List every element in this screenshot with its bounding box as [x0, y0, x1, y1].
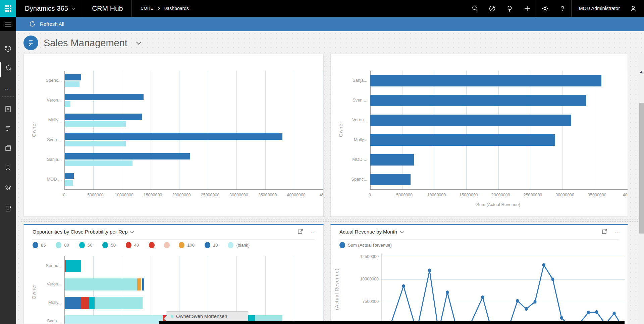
- stacked-bar-segment[interactable]: [95, 297, 143, 309]
- stacked-bar-segment[interactable]: [142, 278, 144, 290]
- bar-segment[interactable]: [65, 121, 126, 127]
- legend-item[interactable]: 80: [56, 242, 69, 248]
- card-menu-button[interactable]: ...: [311, 229, 316, 234]
- bar-segment[interactable]: [65, 173, 74, 179]
- legend-item[interactable]: 10: [205, 242, 218, 248]
- stacked-bar-segment[interactable]: [66, 260, 82, 272]
- nav-journal-button[interactable]: [0, 200, 16, 216]
- card-title[interactable]: Opportunities by Close Probability per R…: [33, 229, 133, 235]
- data-point-marker[interactable]: [560, 316, 563, 320]
- legend-label: 60: [88, 243, 92, 248]
- data-point-marker[interactable]: [542, 263, 545, 267]
- hub-name-item[interactable]: CRM Hub: [83, 0, 131, 17]
- bar-segment[interactable]: [370, 95, 586, 106]
- vertical-scrollbar[interactable]: [638, 54, 644, 324]
- bar-segment[interactable]: [65, 133, 282, 140]
- legend-item[interactable]: 20: [164, 243, 169, 248]
- bar-segment[interactable]: [370, 75, 601, 86]
- bar-segment[interactable]: [370, 134, 555, 146]
- refresh-all-button[interactable]: Refresh All: [29, 20, 64, 27]
- search-button[interactable]: [466, 0, 484, 17]
- bar-segment[interactable]: [65, 141, 126, 146]
- stacked-bar-segment[interactable]: [81, 297, 89, 309]
- product-switcher[interactable]: Dynamics 365: [16, 0, 83, 17]
- expand-icon[interactable]: [298, 229, 303, 234]
- bar-segment[interactable]: [65, 81, 79, 87]
- data-point-marker[interactable]: [595, 310, 598, 314]
- breadcrumb-area[interactable]: CORE: [141, 6, 153, 11]
- stacked-bar-segment[interactable]: [65, 297, 81, 309]
- legend-item[interactable]: Sum (Actual Revenue): [339, 242, 392, 248]
- stacked-bar-segment[interactable]: [65, 315, 163, 324]
- data-point-marker[interactable]: [534, 300, 537, 304]
- card-title[interactable]: Actual Revenue by Month: [339, 229, 403, 235]
- bar-segment[interactable]: [65, 160, 132, 166]
- nav-pinned-button[interactable]: [0, 60, 16, 76]
- quick-create-button[interactable]: [519, 0, 536, 17]
- legend-item[interactable]: 50: [102, 242, 115, 248]
- data-point-marker[interactable]: [551, 277, 554, 281]
- learning-path-button[interactable]: [501, 0, 519, 17]
- legend-item[interactable]: (blank): [228, 242, 250, 248]
- data-point-marker[interactable]: [613, 312, 616, 315]
- x-tick-label: 4000...: [618, 193, 628, 197]
- bar-segment[interactable]: [65, 94, 144, 100]
- data-point-marker[interactable]: [402, 284, 405, 288]
- legend-item[interactable]: 85: [33, 242, 46, 248]
- bar-segment[interactable]: [370, 115, 571, 126]
- bar-segment[interactable]: [370, 154, 414, 166]
- top-app-bar: Dynamics 365 CRM Hub CORE Dashboards: [0, 0, 644, 17]
- data-point-marker[interactable]: [446, 290, 449, 294]
- settings-button[interactable]: [536, 0, 554, 17]
- line-path: [389, 265, 624, 324]
- data-point-marker[interactable]: [428, 269, 431, 272]
- tooltip-series-bullet: [171, 315, 173, 318]
- nav-dashboards-button[interactable]: [0, 121, 16, 137]
- nav-articles-button[interactable]: [0, 140, 16, 156]
- user-avatar-button[interactable]: [625, 0, 642, 17]
- bar-segment[interactable]: [65, 101, 70, 107]
- expand-icon[interactable]: [602, 229, 607, 234]
- chart-card-actual-revenue-by-owner[interactable]: 0500000010000000150000002000000025000000…: [330, 54, 628, 217]
- stacked-bar-segment[interactable]: [89, 297, 95, 309]
- legend-item[interactable]: 40: [126, 242, 139, 248]
- dashboard-column-divider: [327, 54, 327, 324]
- nav-more-button[interactable]: ...: [0, 80, 16, 96]
- bar-segment[interactable]: [370, 174, 411, 185]
- dashboard-selector-chevron[interactable]: [136, 39, 142, 45]
- nav-recent-button[interactable]: [0, 41, 16, 57]
- revenue-line-series[interactable]: [381, 254, 625, 324]
- legend-item[interactable]: 30: [149, 243, 154, 248]
- help-button[interactable]: [554, 0, 571, 17]
- nav-menu-button[interactable]: [0, 17, 16, 31]
- stacked-bar-segment[interactable]: [65, 278, 137, 290]
- legend-item[interactable]: 100: [179, 242, 195, 248]
- data-point-marker[interactable]: [587, 311, 590, 314]
- chart-card-actual-revenue-by-month[interactable]: Actual Revenue by Month ... Sum (Actual …: [330, 224, 628, 324]
- breadcrumb-page[interactable]: Dashboards: [163, 6, 189, 11]
- data-point-marker[interactable]: [481, 296, 484, 299]
- data-point-marker[interactable]: [516, 299, 519, 303]
- card-menu-button[interactable]: ...: [615, 229, 620, 234]
- scrollbar-thumb[interactable]: [639, 103, 644, 234]
- bar-segment[interactable]: [65, 180, 73, 186]
- nav-contacts-button[interactable]: [0, 160, 16, 176]
- nav-activities-button[interactable]: [0, 101, 16, 117]
- scroll-up-arrow-icon[interactable]: [640, 71, 643, 73]
- legend-swatch: [102, 242, 108, 248]
- journal-alert-icon: [4, 205, 12, 212]
- chart-card-opportunities-grouped[interactable]: 0500000010000000150000002000000025000000…: [23, 54, 324, 217]
- chart-card-close-probability[interactable]: Opportunities by Close Probability per R…: [23, 224, 324, 324]
- bar-segment[interactable]: [65, 114, 142, 120]
- legend-item[interactable]: 60: [79, 242, 92, 248]
- app-launcher-button[interactable]: [0, 0, 16, 17]
- bar-segment[interactable]: [65, 153, 190, 159]
- data-point-marker[interactable]: [525, 307, 528, 311]
- stacked-bar-segment[interactable]: [137, 278, 141, 290]
- chevron-down-icon: [400, 229, 404, 233]
- user-menu[interactable]: MOD Administrator: [572, 6, 625, 11]
- bar-segment[interactable]: [65, 74, 81, 80]
- advanced-find-button[interactable]: [484, 0, 501, 17]
- product-name: Dynamics 365: [25, 5, 68, 12]
- nav-phone-settings-button[interactable]: [0, 180, 16, 196]
